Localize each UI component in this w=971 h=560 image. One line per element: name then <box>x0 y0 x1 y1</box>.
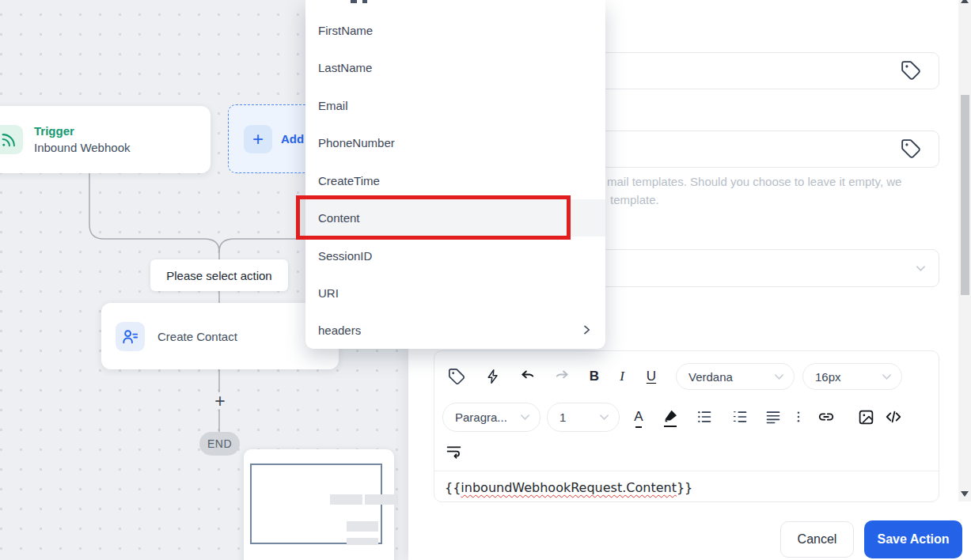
code-icon[interactable] <box>884 407 903 426</box>
chevron-down-icon <box>774 372 784 382</box>
tag-merge-field-icon[interactable] <box>901 60 921 81</box>
plus-icon: + <box>244 125 272 153</box>
trigger-node-title: Trigger <box>34 124 131 139</box>
scrollbar-thumb[interactable] <box>961 95 969 295</box>
scroll-up-arrow[interactable] <box>961 0 969 3</box>
highlight-color-button[interactable] <box>661 407 680 426</box>
trigger-node-subtitle: Inbound Webhook <box>34 141 131 156</box>
helper-text: mail templates. Should you choose to lea… <box>607 175 901 188</box>
paragraph-style-select[interactable]: Paragra... <box>442 403 540 432</box>
font-color-button[interactable]: A <box>629 407 648 426</box>
chevron-down-icon <box>882 372 892 382</box>
merge-field-dropdown: FirstName LastName Email PhoneNumber Cre… <box>305 0 605 349</box>
webhook-signal-icon <box>0 125 23 154</box>
add-action-button[interactable]: + Add <box>228 104 317 173</box>
clipped-menu-item <box>351 0 357 3</box>
placeholder-block <box>347 521 378 532</box>
menu-item-email[interactable]: Email <box>305 87 605 124</box>
email-preview-node[interactable] <box>244 449 394 560</box>
tag-merge-field-icon[interactable] <box>901 138 921 159</box>
line-height-select[interactable]: 1 <box>547 403 620 432</box>
more-options-icon[interactable] <box>789 407 808 426</box>
cancel-button[interactable]: Cancel <box>780 521 854 558</box>
menu-item-createtime[interactable]: CreateTime <box>305 162 605 199</box>
align-text-icon[interactable] <box>764 407 783 426</box>
placeholder-block <box>347 538 378 545</box>
chevron-down-icon <box>599 412 609 422</box>
italic-button[interactable]: I <box>613 367 632 386</box>
menu-item-lastname[interactable]: LastName <box>305 49 605 86</box>
placeholder-block <box>330 494 362 505</box>
underline-button[interactable]: U <box>642 367 661 386</box>
clipped-menu-item <box>362 0 367 3</box>
create-contact-node[interactable]: Create Contact <box>101 303 339 369</box>
menu-item-uri[interactable]: URI <box>305 274 605 312</box>
editor-divider <box>434 471 939 471</box>
chevron-down-icon <box>916 263 926 274</box>
end-node: END <box>199 432 240 456</box>
vertical-scrollbar[interactable] <box>958 0 971 501</box>
numbered-list-icon[interactable] <box>730 407 749 426</box>
dynamic-field-lightning-icon[interactable] <box>484 367 503 386</box>
editor-content[interactable]: {{inboundWebhookRequest.Content}} <box>445 480 692 495</box>
tag-merge-field-icon[interactable] <box>447 367 466 386</box>
contact-person-icon <box>116 322 145 351</box>
save-action-button[interactable]: Save Action <box>864 520 962 558</box>
font-size-select[interactable]: 16px <box>802 363 902 390</box>
image-icon[interactable] <box>856 407 875 426</box>
select-action-label: Please select action <box>150 259 288 291</box>
font-family-select[interactable]: Verdana <box>676 363 795 390</box>
scroll-down-arrow[interactable] <box>961 491 969 497</box>
create-contact-label: Create Contact <box>157 330 237 343</box>
text-wrap-icon[interactable] <box>444 441 463 460</box>
add-button-label: Add <box>281 132 304 146</box>
menu-item-sessionid[interactable]: SessionID <box>305 237 605 274</box>
rich-text-editor[interactable]: B I U Verdana 16px Paragra... 1 A <box>434 350 939 502</box>
placeholder-block <box>365 494 398 505</box>
helper-text: template. <box>610 193 659 206</box>
menu-item-phonenumber[interactable]: PhoneNumber <box>305 124 605 161</box>
menu-item-headers[interactable]: headers <box>305 312 605 349</box>
link-icon[interactable] <box>817 407 836 426</box>
bullet-list-icon[interactable] <box>695 407 714 426</box>
merge-token: inboundWebhookRequest.Content <box>461 480 677 495</box>
trigger-node[interactable]: Trigger Inbound Webhook <box>0 106 211 173</box>
chevron-down-icon <box>520 412 530 422</box>
bold-button[interactable]: B <box>585 367 604 386</box>
menu-item-firstname[interactable]: FirstName <box>305 12 605 49</box>
chevron-right-icon <box>580 324 593 336</box>
preview-frame <box>250 464 382 544</box>
add-step-plus[interactable]: + <box>212 392 228 411</box>
undo-icon[interactable] <box>518 367 537 386</box>
redo-icon[interactable] <box>552 367 571 386</box>
menu-item-content[interactable]: Content <box>305 199 605 236</box>
